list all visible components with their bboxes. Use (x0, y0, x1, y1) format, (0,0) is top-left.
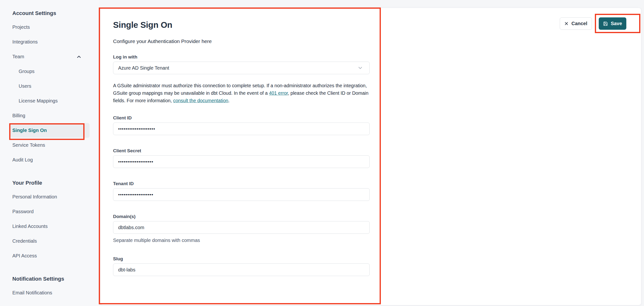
sidebar-item-label: Groups (19, 69, 34, 74)
client-secret-input[interactable] (113, 155, 370, 168)
cancel-button-label: Cancel (571, 21, 587, 26)
sidebar-item-integrations[interactable]: Integrations (10, 34, 90, 49)
401-error-link[interactable]: 401 error (269, 90, 288, 96)
sidebar-item-label: Linked Accounts (12, 224, 48, 229)
sidebar-item-api-access[interactable]: API Access (10, 249, 90, 263)
sidebar-item-credentials[interactable]: Credentials (10, 234, 90, 249)
sidebar-item-label: Team (12, 54, 24, 59)
sidebar-item-label: API Access (12, 253, 37, 259)
field-label: Domain(s) (113, 214, 370, 219)
sidebar-item-password[interactable]: Password (10, 204, 90, 219)
account-settings-sidebar: Account SettingsProjectsIntegrationsTeam… (0, 0, 99, 306)
sidebar-item-label: Personal Information (12, 194, 57, 200)
gsuite-admin-note: A GSuite administrator must authorize th… (113, 82, 371, 104)
sidebar-item-team[interactable]: Team (10, 49, 90, 64)
sidebar-item-groups[interactable]: Groups (10, 64, 90, 79)
sidebar-item-label: Credentials (12, 238, 37, 244)
slug-input[interactable] (113, 264, 370, 276)
sidebar-item-label: License Mappings (19, 98, 58, 104)
sidebar-item-billing[interactable]: Billing (10, 108, 90, 123)
sidebar-item-label: Email Notifications (12, 290, 52, 296)
sidebar-item-projects[interactable]: Projects (10, 20, 90, 34)
chevron-up-icon (76, 54, 82, 60)
sidebar-item-audit-log[interactable]: Audit Log (10, 153, 90, 167)
sidebar-item-email-notifications[interactable]: Email Notifications (10, 286, 90, 300)
login-with-selected-value: Azure AD Single Tenant (118, 65, 357, 71)
sidebar-item-label: Billing (12, 113, 25, 119)
sidebar-item-label: Password (12, 209, 34, 214)
page-title: Single Sign On (113, 20, 172, 30)
sidebar-item-license-mappings[interactable]: License Mappings (10, 94, 90, 108)
sidebar-section-header: Notification Settings (10, 275, 90, 283)
sidebar-item-users[interactable]: Users (10, 79, 90, 94)
sidebar-item-personal-information[interactable]: Personal Information (10, 189, 90, 204)
consult-documentation-link[interactable]: consult the documentation (173, 98, 228, 103)
note-text: . (228, 98, 230, 103)
field-group-tenant-id: Tenant ID (113, 181, 370, 201)
sidebar-item-service-tokens[interactable]: Service Tokens (10, 138, 90, 153)
field-label: Client ID (113, 115, 370, 121)
field-helper-text: Separate multiple domains with commas (113, 238, 370, 243)
field-group-slug: Slug (113, 256, 370, 276)
cancel-button[interactable]: Cancel (560, 17, 592, 30)
sidebar-item-label: Audit Log (12, 157, 33, 163)
chevron-down-icon (357, 65, 363, 71)
field-label: Tenant ID (113, 181, 370, 186)
field-group-domain-s-: Domain(s)Separate multiple domains with … (113, 214, 370, 243)
field-label: Slug (113, 256, 370, 262)
dbt-cloud-account-settings-screen: Account SettingsProjectsIntegrationsTeam… (0, 0, 644, 306)
sidebar-section-header: Your Profile (10, 179, 90, 187)
login-with-select[interactable]: Azure AD Single Tenant (113, 62, 370, 74)
client-id-input[interactable] (113, 123, 370, 135)
sidebar-item-label: Users (19, 83, 31, 89)
form-actions: Cancel Save (560, 17, 626, 30)
single-sign-on-card: Cancel Save Single Sign On Configure you… (100, 8, 641, 305)
login-with-label: Log in with (113, 54, 370, 60)
tenant-id-input[interactable] (113, 188, 370, 201)
sidebar-item-label: Projects (12, 24, 30, 30)
domain-s--input[interactable] (113, 221, 370, 234)
save-button[interactable]: Save (599, 17, 626, 30)
field-group-client-id: Client ID (113, 115, 370, 135)
sidebar-item-single-sign-on[interactable]: Single Sign On (10, 123, 90, 138)
field-group-client-secret: Client Secret (113, 148, 370, 168)
field-label: Client Secret (113, 148, 370, 153)
sidebar-section-header: Account Settings (10, 10, 90, 17)
sidebar-item-label: Integrations (12, 39, 38, 45)
login-with-group: Log in with Azure AD Single Tenant (113, 54, 370, 74)
page-subtitle: Configure your Authentication Provider h… (113, 38, 212, 44)
sidebar-item-label: Service Tokens (12, 142, 45, 148)
sidebar-item-label: Single Sign On (12, 128, 47, 133)
save-disk-icon (603, 21, 608, 26)
close-icon (564, 21, 568, 26)
sso-form-fields: Client IDClient SecretTenant IDDomain(s)… (113, 115, 370, 289)
save-button-label: Save (611, 21, 622, 26)
sidebar-item-linked-accounts[interactable]: Linked Accounts (10, 219, 90, 234)
